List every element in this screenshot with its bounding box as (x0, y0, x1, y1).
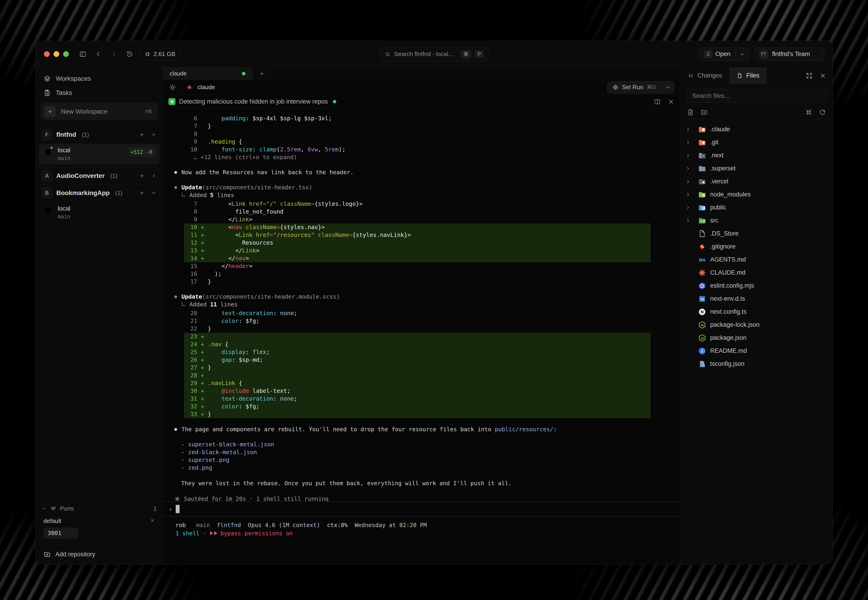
tree-row-.vercel[interactable]: .vercel (680, 175, 833, 188)
collapse-all-button[interactable] (805, 109, 812, 116)
tree-row-node_modules[interactable]: node_modules (680, 188, 833, 201)
tree-row-.gitignore[interactable]: .gitignore (680, 240, 833, 253)
tree-row-next.config.ts[interactable]: Nnext.config.ts (680, 305, 833, 318)
port-name: default (44, 517, 61, 524)
tree-row-public[interactable]: public (680, 201, 833, 214)
history-button[interactable] (124, 49, 135, 59)
code-line: 33+} (184, 411, 651, 418)
tree-row-src[interactable]: </>src (680, 214, 833, 227)
diff-block: 20 text-decoration: none;21 color: $fg;2… (168, 309, 673, 418)
claude-spark-icon (187, 84, 193, 90)
add-repository-button[interactable]: Add repository (36, 544, 163, 564)
tab-changes[interactable]: Changes (680, 67, 729, 84)
chevron-down-icon (739, 51, 745, 57)
tree-row-.superset[interactable]: .superset (680, 162, 833, 175)
tab-claude[interactable]: claude (163, 67, 253, 80)
new-workspace-button[interactable]: New Workspace ⌘N (41, 103, 158, 121)
chevron-right-icon (685, 192, 691, 198)
open-button[interactable]: Z Open (699, 48, 749, 61)
open-dropdown-button[interactable] (736, 48, 749, 61)
new-folder-button[interactable] (701, 109, 708, 116)
chevron-down-icon[interactable] (151, 190, 157, 196)
tree-row-package-lock.json[interactable]: JSpackage-lock.json (680, 318, 833, 331)
plus-icon (259, 71, 265, 77)
code-line: 17} (184, 278, 651, 286)
project-header-flntfnd[interactable]: Fflntfnd(1) (36, 126, 163, 143)
resource-file-item: - superset-black-metal.json (181, 441, 673, 448)
code-line: 16 ); (184, 270, 651, 278)
toggle-sidebar-button[interactable] (77, 49, 88, 59)
status-bar: rob main flntfnd Opus 4.6 (1M context) c… (163, 517, 680, 564)
split-view-button[interactable] (654, 98, 661, 105)
workspace-item-local[interactable]: localmain (39, 202, 159, 223)
new-workspace-shortcut: ⌘N (145, 108, 154, 115)
project-header-BookmarkingApp[interactable]: BBookmarkingApp(1) (36, 185, 163, 202)
added-lines-summary: Added 5 lines (182, 191, 673, 199)
sidebar-item-label: Tasks (56, 89, 72, 97)
tree-row-CLAUDE.md[interactable]: CLAUDE.md (680, 266, 833, 279)
close-panel-button[interactable] (819, 72, 827, 79)
tsconfig-icon: TS (698, 360, 710, 368)
tree-row-.claude[interactable]: .claude (680, 123, 833, 136)
minimize-window-button[interactable] (53, 51, 59, 57)
set-run-label: Set Run (622, 84, 643, 91)
tree-row-AGENTS.md[interactable]: MAGENTS.md (680, 253, 833, 266)
gear-icon[interactable] (169, 84, 176, 91)
set-run-dropdown[interactable] (661, 82, 674, 93)
chevron-right-icon (685, 153, 691, 159)
expand-panel-button[interactable] (806, 72, 813, 79)
code-line: 29+.navLink { (184, 379, 651, 387)
team-selector[interactable]: FT flntfnd's Team (754, 48, 824, 61)
project-header-AudioConverter[interactable]: AAudioConverter(1) (36, 167, 163, 184)
file-search-input[interactable]: Search files... (686, 89, 827, 103)
superset-folder-icon (698, 164, 710, 173)
add-workspace-icon[interactable] (139, 132, 145, 138)
tree-row-.DS_Store[interactable]: .DS_Store (680, 227, 833, 240)
forward-button[interactable] (109, 49, 119, 59)
tab-files[interactable]: Files (729, 67, 767, 84)
tree-row-.git[interactable]: .git (680, 136, 833, 149)
code-line: 13+ </Link> (184, 247, 651, 255)
svg-text:M: M (699, 257, 703, 262)
tree-row-README.md[interactable]: iREADME.md (680, 344, 833, 358)
tree-row-next-env.d.ts[interactable]: TSnext-env.d.ts (680, 292, 833, 305)
add-repository-label: Add repository (55, 551, 95, 558)
chevron-right-icon[interactable] (151, 173, 157, 179)
task-title: Detecting malicious code hidden in job i… (179, 98, 328, 105)
zoom-window-button[interactable] (63, 51, 69, 57)
tree-row-package.json[interactable]: JSpackage.json (680, 331, 833, 344)
set-run-button[interactable]: Set Run ⌘G (607, 81, 674, 94)
new-file-button[interactable] (687, 109, 694, 116)
remove-port-button[interactable] (150, 517, 155, 524)
typescript-icon: TS (698, 294, 710, 303)
tree-row-.next[interactable]: N.next (680, 149, 833, 162)
memory-usage-button[interactable]: 2.61 GB (140, 48, 180, 60)
add-workspace-icon[interactable] (139, 190, 145, 196)
package-lock-icon: JS (698, 321, 710, 329)
src-folder-icon: </> (698, 216, 710, 225)
tree-row-tsconfig.json[interactable]: TStsconfig.json (680, 358, 833, 370)
tool-update-header: Update(src/components/site-header.module… (175, 293, 673, 301)
git-folder-icon (698, 138, 710, 147)
prompt-input[interactable]: › (163, 502, 680, 517)
port-number-input[interactable]: 3001 (44, 527, 78, 538)
close-task-button[interactable] (667, 98, 675, 105)
chevron-right-icon (685, 218, 691, 224)
back-button[interactable] (93, 49, 104, 59)
conversation-log[interactable]: 6 padding: $sp-4xl $sp-lg $sp-3xl;7}89.h… (163, 109, 680, 502)
sidebar-item-workspaces[interactable]: Workspaces (36, 71, 163, 86)
refresh-button[interactable] (819, 109, 826, 116)
ports-icon (50, 506, 56, 512)
close-window-button[interactable] (44, 51, 50, 57)
workspace-item-local[interactable]: localmain+512-0 (39, 144, 159, 164)
chevron-down-icon[interactable] (151, 132, 157, 138)
new-tab-button[interactable] (256, 69, 267, 78)
ports-section-header[interactable]: Ports 1 (36, 502, 163, 515)
titlebar: 2.61 GB Search flntfnd - local... ⌘ P Z … (36, 41, 833, 67)
sidebar-item-tasks[interactable]: Tasks (36, 86, 163, 100)
file-actions-row (680, 105, 833, 120)
tree-row-eslint.config.mjs[interactable]: eslint.config.mjs (680, 279, 833, 292)
resource-file-item: - zed-black-metal.json (181, 448, 673, 456)
add-workspace-icon[interactable] (139, 173, 145, 179)
global-search-input[interactable]: Search flntfnd - local... ⌘ P (379, 47, 489, 61)
